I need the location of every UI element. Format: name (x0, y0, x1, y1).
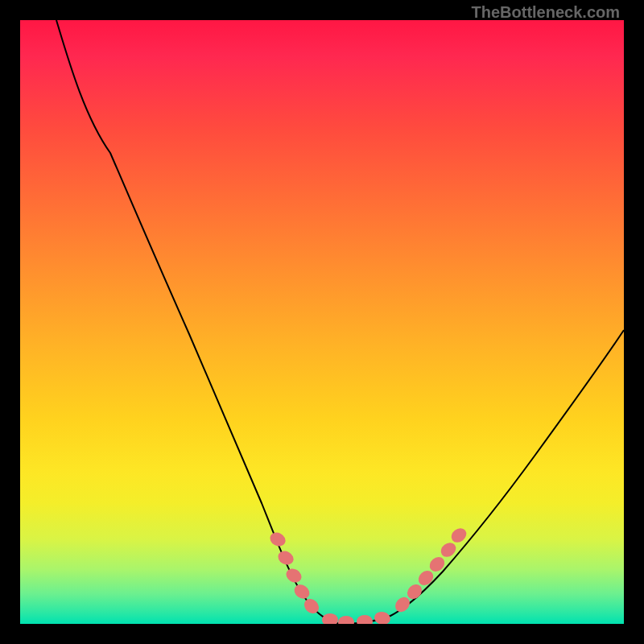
bottleneck-curve (56, 20, 624, 624)
highlight-dot (275, 548, 295, 568)
curve-layer (56, 20, 624, 624)
highlight-dot (374, 610, 392, 624)
chart-svg (20, 20, 624, 624)
watermark-text: TheBottleneck.com (472, 3, 620, 22)
highlight-dot (267, 530, 287, 549)
highlight-dot (283, 566, 303, 585)
highlight-dot (357, 615, 373, 624)
highlight-dot (322, 613, 338, 624)
highlight-dot (448, 526, 469, 546)
highlight-dot (291, 582, 312, 602)
chart-container: TheBottleneck.com (0, 0, 644, 644)
plot-area (20, 20, 624, 624)
highlight-dot (338, 616, 354, 624)
